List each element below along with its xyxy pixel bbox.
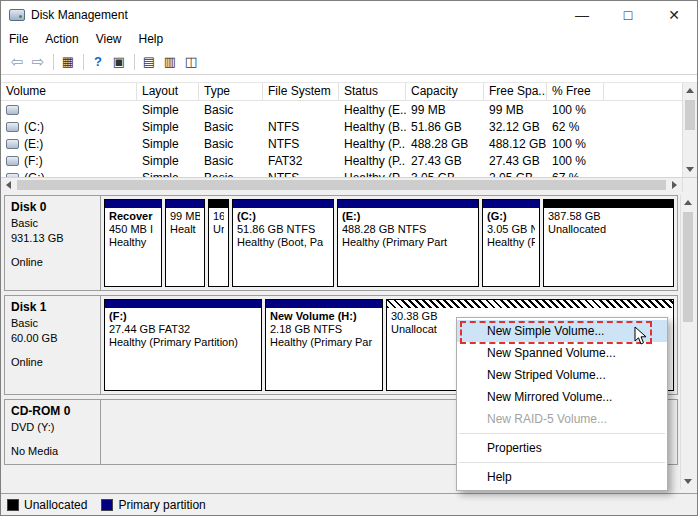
scroll-down-icon[interactable] xyxy=(683,162,697,177)
table-horizontal-scrollbar[interactable] xyxy=(1,178,697,192)
disk-name: Disk 1 xyxy=(11,300,94,314)
toolbar-separator xyxy=(53,54,54,70)
column-type[interactable]: Type xyxy=(199,83,263,100)
cdrom-info-panel[interactable]: CD-ROM 0 DVD (Y:) No Media xyxy=(5,400,101,464)
title-bar: Disk Management — □ ✕ xyxy=(1,1,697,29)
help-icon[interactable]: ? xyxy=(88,52,108,72)
scroll-left-icon[interactable] xyxy=(1,178,16,192)
menu-view[interactable]: View xyxy=(96,32,122,46)
cell-capacity: 99 MB xyxy=(406,103,484,117)
partition-color-bar xyxy=(166,200,204,208)
table-row[interactable]: (F:) Simple Basic FAT32 Healthy (P... 27… xyxy=(1,152,684,169)
menu-item-new-mirrored-volume[interactable]: New Mirrored Volume... xyxy=(457,386,667,408)
primary-partition-swatch xyxy=(101,499,113,511)
cell-capacity: 51.86 GB xyxy=(406,120,484,134)
disk-0-partitions: Recover 450 MB I Healthy 99 MB Healt 1 xyxy=(101,196,677,290)
forward-icon[interactable]: ⇨ xyxy=(28,52,48,72)
table-row[interactable]: (G:) Simple Basic NTFS Healthy (P... 3.0… xyxy=(1,169,684,178)
menu-item-help[interactable]: Help xyxy=(457,466,667,488)
partition-color-bar xyxy=(105,300,261,308)
partition-g[interactable]: (G:) 3.05 GB NTF Healthy (P xyxy=(482,199,540,287)
cell-status: Healthy (B... xyxy=(339,120,406,134)
cell-type: Basic xyxy=(199,120,263,134)
maximize-button[interactable]: □ xyxy=(605,1,651,29)
partition-efi[interactable]: 99 MB Healt xyxy=(165,199,205,287)
menu-item-new-spanned-volume[interactable]: New Spanned Volume... xyxy=(457,342,667,364)
menu-file[interactable]: File xyxy=(9,32,28,46)
partition-size: 2.18 GB NTFS xyxy=(270,323,378,336)
minimize-button[interactable]: — xyxy=(559,1,605,29)
partition-size: 450 MB I xyxy=(109,223,157,236)
disk-type: Basic xyxy=(11,317,94,329)
back-icon[interactable]: ⇦ xyxy=(7,52,27,72)
column-layout[interactable]: Layout xyxy=(137,83,199,100)
scroll-down-icon[interactable] xyxy=(681,474,695,489)
column-pct-free[interactable]: % Free xyxy=(547,83,604,100)
cell-free-space: 99 MB xyxy=(484,103,547,117)
column-free-space[interactable]: Free Spa... xyxy=(484,83,547,100)
scroll-right-icon[interactable] xyxy=(667,178,682,192)
partition-f[interactable]: (F:) 27.44 GB FAT32 Healthy (Primary Par… xyxy=(104,299,262,391)
graph-vertical-scrollbar[interactable] xyxy=(680,195,695,489)
table-row[interactable]: (C:) Simple Basic NTFS Healthy (B... 51.… xyxy=(1,118,684,135)
cell-pct-free: 100 % xyxy=(547,137,604,151)
rescan-disks-icon[interactable]: ◫ xyxy=(181,52,201,72)
disk-name: Disk 0 xyxy=(11,200,94,214)
partition-h[interactable]: New Volume (H:) 2.18 GB NTFS Healthy (Pr… xyxy=(265,299,383,391)
menu-item-new-raid5-volume: New RAID-5 Volume... xyxy=(457,408,667,430)
cell-layout: Simple xyxy=(137,120,199,134)
table-vertical-scrollbar[interactable] xyxy=(682,83,697,177)
table-row[interactable]: (E:) Simple Basic NTFS Healthy (P... 488… xyxy=(1,135,684,152)
volume-name: (E:) xyxy=(24,137,43,151)
volume-icon xyxy=(6,105,19,115)
menu-item-new-striped-volume[interactable]: New Striped Volume... xyxy=(457,364,667,386)
disk-type: Basic xyxy=(11,217,94,229)
column-capacity[interactable]: Capacity xyxy=(406,83,484,100)
cell-file-system: FAT32 xyxy=(263,154,339,168)
scrollbar-thumb[interactable] xyxy=(683,212,693,322)
scrollbar-corner xyxy=(682,178,697,192)
partition-unallocated-disk0[interactable]: 387.58 GB Unallocated xyxy=(543,199,674,287)
table-row[interactable]: Simple Basic Healthy (E... 99 MB 99 MB 1… xyxy=(1,101,684,118)
legend-unallocated-label: Unallocated xyxy=(24,498,87,512)
console-tree-icon[interactable]: ▦ xyxy=(58,52,78,72)
partition-c[interactable]: (C:) 51.86 GB NTFS Healthy (Boot, Pa xyxy=(232,199,334,287)
window-title: Disk Management xyxy=(31,8,128,22)
cell-status: Healthy (P... xyxy=(339,137,406,151)
partition-color-bar xyxy=(483,200,539,208)
partition-size: 3.05 GB NTF xyxy=(487,223,535,236)
disk-status: Online xyxy=(11,256,94,268)
partition-label: (C:) xyxy=(237,210,329,223)
volume-icon xyxy=(6,173,19,179)
column-file-system[interactable]: File System xyxy=(263,83,339,100)
partition-color-bar xyxy=(544,200,673,208)
menu-help[interactable]: Help xyxy=(139,32,164,46)
partition-size: 16 xyxy=(213,210,224,223)
graphical-view-icon[interactable]: ▥ xyxy=(160,52,180,72)
partition-recovery[interactable]: Recover 450 MB I Healthy xyxy=(104,199,162,287)
scrollbar-thumb[interactable] xyxy=(17,180,666,190)
scrollbar-thumb[interactable] xyxy=(685,100,695,130)
partition-status: Healthy (Boot, Pa xyxy=(237,236,329,249)
partition-e[interactable]: (E:) 488.28 GB NTFS Healthy (Primary Par… xyxy=(337,199,479,287)
partition-color-bar xyxy=(105,200,161,208)
partition-status: Healt xyxy=(170,223,200,236)
scroll-up-icon[interactable] xyxy=(683,83,697,98)
close-button[interactable]: ✕ xyxy=(651,1,697,29)
cell-pct-free: 100 % xyxy=(547,154,604,168)
menu-item-new-simple-volume[interactable]: New Simple Volume... xyxy=(457,320,667,342)
disk-1-info-panel[interactable]: Disk 1 Basic 60.00 GB Online xyxy=(5,296,101,394)
disk-0-info-panel[interactable]: Disk 0 Basic 931.13 GB Online xyxy=(5,196,101,290)
action-pane-icon[interactable]: ▣ xyxy=(109,52,129,72)
partition-small-unallocated[interactable]: 16 Un xyxy=(208,199,229,287)
menu-action[interactable]: Action xyxy=(45,32,78,46)
disk-list-icon[interactable]: ▤ xyxy=(139,52,159,72)
menu-separator xyxy=(459,462,665,463)
partition-size: 488.28 GB NTFS xyxy=(342,223,474,236)
menu-item-properties[interactable]: Properties xyxy=(457,437,667,459)
column-status[interactable]: Status xyxy=(339,83,406,100)
column-volume[interactable]: Volume xyxy=(1,83,137,100)
scroll-up-icon[interactable] xyxy=(681,195,695,210)
cell-layout: Simple xyxy=(137,103,199,117)
volume-icon xyxy=(6,139,19,149)
